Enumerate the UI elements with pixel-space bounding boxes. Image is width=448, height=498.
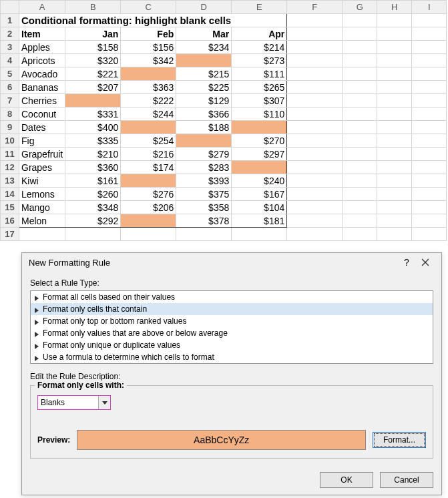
cell[interactable] [343, 14, 377, 27]
cell[interactable] [287, 121, 343, 134]
cell[interactable]: $111 [232, 67, 287, 81]
cell[interactable]: Avocado [19, 67, 65, 81]
cell[interactable] [377, 134, 412, 148]
cell[interactable] [412, 81, 447, 94]
cell[interactable]: $400 [65, 121, 121, 134]
row-header[interactable]: 3 [1, 41, 19, 54]
row-header[interactable]: 2 [1, 27, 19, 41]
column-header[interactable]: A [19, 1, 65, 14]
cell[interactable] [287, 54, 343, 67]
cell[interactable] [343, 214, 377, 228]
cell[interactable]: Coconut [19, 107, 65, 121]
cell[interactable] [121, 67, 176, 81]
cell[interactable]: Bananas [19, 81, 65, 94]
cell[interactable]: $167 [232, 188, 287, 201]
cell[interactable] [343, 161, 377, 174]
cell[interactable] [343, 134, 377, 148]
cell[interactable]: Dates [19, 121, 65, 134]
row-header[interactable]: 8 [1, 107, 19, 121]
cell[interactable]: $210 [65, 148, 121, 161]
cell[interactable]: $320 [65, 54, 121, 67]
cell[interactable]: Apr [232, 27, 287, 41]
cell[interactable] [412, 14, 447, 27]
cell[interactable]: $254 [121, 134, 176, 148]
cell[interactable] [412, 228, 447, 241]
cell[interactable]: $283 [176, 161, 232, 174]
cell[interactable] [287, 27, 343, 41]
cell[interactable] [377, 14, 412, 27]
cell[interactable]: $378 [176, 214, 232, 228]
column-header[interactable]: D [176, 1, 232, 14]
select-all-corner[interactable] [1, 1, 19, 14]
cell[interactable]: Mar [176, 27, 232, 41]
cell[interactable] [412, 107, 447, 121]
cell[interactable] [343, 81, 377, 94]
cell[interactable]: $273 [232, 54, 287, 67]
cell[interactable] [121, 228, 176, 241]
column-header[interactable]: F [287, 1, 343, 14]
cell[interactable] [343, 41, 377, 54]
cell[interactable] [412, 161, 447, 174]
cell[interactable]: $307 [232, 94, 287, 107]
cell[interactable]: Cherries [19, 94, 65, 107]
cell[interactable] [377, 121, 412, 134]
cell[interactable]: $110 [232, 107, 287, 121]
cell[interactable]: $207 [65, 81, 121, 94]
cell[interactable] [65, 94, 121, 107]
cell[interactable] [121, 214, 176, 228]
cell[interactable]: $270 [232, 134, 287, 148]
cell[interactable]: $240 [232, 174, 287, 188]
cell[interactable]: $297 [232, 148, 287, 161]
cell[interactable] [287, 201, 343, 214]
cell[interactable] [287, 134, 343, 148]
cell[interactable]: $363 [121, 81, 176, 94]
cell[interactable]: $335 [65, 134, 121, 148]
cell[interactable]: $358 [176, 201, 232, 214]
cell[interactable] [343, 228, 377, 241]
cell[interactable]: Conditional formatting: highlight blank … [19, 14, 287, 27]
cell[interactable] [412, 27, 447, 41]
row-header[interactable]: 4 [1, 54, 19, 67]
cell[interactable] [412, 67, 447, 81]
cell[interactable] [377, 214, 412, 228]
cell[interactable] [176, 228, 232, 241]
cell[interactable] [287, 148, 343, 161]
cell[interactable] [343, 107, 377, 121]
cell[interactable] [343, 94, 377, 107]
row-header[interactable]: 6 [1, 81, 19, 94]
cell[interactable] [121, 174, 176, 188]
cell[interactable] [412, 214, 447, 228]
cell[interactable] [287, 161, 343, 174]
cell[interactable] [287, 67, 343, 81]
cell[interactable]: $234 [176, 41, 232, 54]
row-header[interactable]: 11 [1, 148, 19, 161]
cell[interactable] [377, 188, 412, 201]
spreadsheet-grid[interactable]: ABCDEFGHI1Conditional formatting: highli… [0, 0, 447, 241]
cell[interactable] [412, 41, 447, 54]
cell[interactable]: $222 [121, 94, 176, 107]
column-header[interactable]: C [121, 1, 176, 14]
cell[interactable] [343, 121, 377, 134]
cell[interactable]: $265 [232, 81, 287, 94]
column-header[interactable]: H [377, 1, 412, 14]
row-header[interactable]: 17 [1, 228, 19, 241]
cell[interactable]: Grapefruit [19, 148, 65, 161]
cell[interactable] [377, 107, 412, 121]
cell[interactable] [412, 148, 447, 161]
cell[interactable] [343, 201, 377, 214]
cell[interactable]: $206 [121, 201, 176, 214]
cell[interactable] [287, 174, 343, 188]
cell[interactable] [343, 67, 377, 81]
cell[interactable] [377, 67, 412, 81]
cell[interactable] [377, 41, 412, 54]
cell[interactable]: $225 [176, 81, 232, 94]
cell[interactable] [412, 54, 447, 67]
cell[interactable]: $156 [121, 41, 176, 54]
cell[interactable]: Lemons [19, 188, 65, 201]
cell[interactable]: Jan [65, 27, 121, 41]
cell[interactable] [343, 27, 377, 41]
cell[interactable]: $174 [121, 161, 176, 174]
cell[interactable]: $188 [176, 121, 232, 134]
row-header[interactable]: 9 [1, 121, 19, 134]
cell[interactable]: $244 [121, 107, 176, 121]
